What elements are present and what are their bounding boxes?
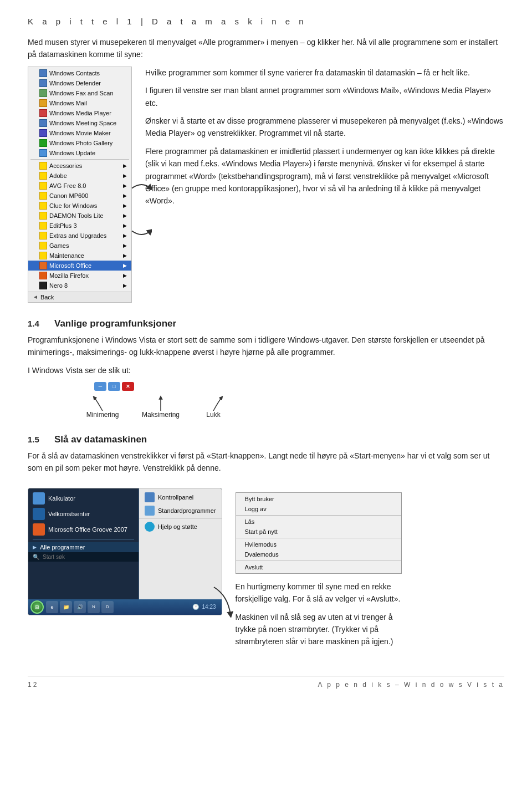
section-1-5-number: 1.5 bbox=[28, 435, 44, 444]
ctx-las[interactable]: Lås bbox=[236, 517, 401, 527]
menu-item-clue[interactable]: Clue for Windows bbox=[28, 201, 131, 211]
footer-text: A p p e n d i k s – W i n d o w s V i s … bbox=[318, 681, 504, 689]
shutdown-p2: En hurtigmeny kommer til syne med en rek… bbox=[236, 580, 402, 605]
taskbar-quick-launch: e 📁 🔊 N D bbox=[46, 601, 187, 613]
bottom-taskbar: ⊞ e 📁 🔊 N D 🕐 14:23 bbox=[28, 599, 222, 615]
menu-item-update[interactable]: Windows Update bbox=[28, 148, 131, 158]
menu-item-nero[interactable]: Nero 8 bbox=[28, 281, 131, 291]
context-menu-section: Bytt bruker Logg av Lås Start på nytt Hv… bbox=[236, 481, 402, 654]
close-label-group: Lukk bbox=[194, 395, 233, 419]
menu-list: Windows Contacts Windows Defender Window… bbox=[28, 67, 131, 292]
intro-paragraph: Med musen styrer vi musepekeren til meny… bbox=[28, 36, 504, 61]
menu-item-photogallery[interactable]: Windows Photo Gallery bbox=[28, 138, 131, 148]
ctx-dvale[interactable]: Dvalemodus bbox=[236, 549, 401, 559]
start-menu-item-groove[interactable]: Microsoft Office Groove 2007 bbox=[28, 522, 139, 537]
chapter-content-row: Windows Contacts Windows Defender Window… bbox=[28, 67, 504, 303]
taskbar-icon-ie[interactable]: e bbox=[46, 601, 58, 613]
chapter-text-content: Hvilke programmer som kommer til syne va… bbox=[145, 67, 504, 303]
page-footer: 12 A p p e n d i k s – W i n d o w s V i… bbox=[28, 676, 504, 689]
menu-separator-1 bbox=[30, 159, 129, 160]
start-search-input[interactable] bbox=[43, 554, 134, 560]
maximize-label: Maksimering bbox=[142, 411, 180, 419]
menu-item-mail[interactable]: Windows Mail bbox=[28, 98, 131, 108]
shutdown-context-menu: Bytt bruker Logg av Lås Start på nytt Hv… bbox=[236, 492, 402, 574]
taskbar-icon-novell[interactable]: N bbox=[88, 601, 100, 613]
start-menu-allprog[interactable]: ▶ Alle programmer bbox=[28, 542, 139, 552]
menu-item-editplus[interactable]: EditPlus 3 bbox=[28, 221, 131, 231]
menu-item-defender[interactable]: Windows Defender bbox=[28, 78, 131, 88]
menu-item-accessories[interactable]: Accessories bbox=[28, 161, 131, 171]
start-menu-item-standardprog[interactable]: Standardprogrammer bbox=[139, 504, 222, 517]
ctx-hvile[interactable]: Hvilemodus bbox=[236, 539, 401, 549]
maximize-arrow bbox=[150, 395, 172, 411]
menu-item-fax[interactable]: Windows Fax and Scan bbox=[28, 88, 131, 98]
minimize-label: Minimering bbox=[86, 411, 119, 419]
kalkulator-icon bbox=[33, 492, 45, 505]
start-menu-item-hjelp[interactable]: Hjelp og støtte bbox=[139, 520, 222, 533]
taskbar-icon-1[interactable]: 📁 bbox=[60, 601, 72, 613]
start-menu-search-bar: 🔍 bbox=[28, 552, 139, 562]
arrow-annotation-1 bbox=[131, 180, 152, 198]
minimize-button[interactable]: ─ bbox=[94, 382, 106, 391]
menu-item-daemon[interactable]: DAEMON Tools Lite bbox=[28, 211, 131, 221]
allprog-label: Alle programmer bbox=[40, 544, 85, 551]
kalkulator-label: Kalkulator bbox=[48, 495, 75, 502]
standardprog-label: Standardprogrammer bbox=[158, 507, 216, 514]
ctx-separator-2 bbox=[236, 538, 401, 538]
shutdown-text: En hurtigmeny kommer til syne med en rek… bbox=[236, 580, 402, 654]
start-menu-screenshot: Kalkulator Velkomstsenter Microsoft Offi… bbox=[28, 481, 222, 654]
menu-item-adobe[interactable]: Adobe bbox=[28, 171, 131, 181]
ctx-logg-av[interactable]: Logg av bbox=[236, 504, 401, 514]
page-number: 12 bbox=[28, 681, 38, 689]
shutdown-illustration: Kalkulator Velkomstsenter Microsoft Offi… bbox=[28, 481, 504, 654]
menu-item-msoffice[interactable]: Microsoft Office bbox=[28, 261, 131, 271]
groove-icon bbox=[33, 523, 45, 536]
hjelp-label: Hjelp og støtte bbox=[158, 523, 197, 530]
taskbar-icon-diverse[interactable]: D bbox=[101, 601, 114, 613]
ctx-separator-1 bbox=[236, 515, 401, 516]
vista-label: I Windows Vista ser de slik ut: bbox=[28, 364, 504, 376]
menu-item-firefox[interactable]: Mozilla Firefox bbox=[28, 271, 131, 281]
start-menu-separator bbox=[33, 539, 134, 540]
start-menu-item-velkomst[interactable]: Velkomstsenter bbox=[28, 506, 139, 522]
start-button[interactable]: ⊞ bbox=[30, 600, 44, 614]
start-menu-item-kalkulator[interactable]: Kalkulator bbox=[28, 491, 139, 506]
section-1-5-p1: For å slå av datamaskinen venstreklikker… bbox=[28, 450, 504, 475]
start-menu-item-kontrollpanel[interactable]: Kontrollpanel bbox=[139, 491, 222, 504]
ctx-avslutt[interactable]: Avslutt bbox=[236, 562, 401, 572]
menu-item-avg[interactable]: AVG Free 8.0 bbox=[28, 181, 131, 191]
taskbar-icon-2[interactable]: 🔊 bbox=[74, 601, 86, 613]
kontrollpanel-label: Kontrollpanel bbox=[158, 494, 193, 501]
close-button[interactable]: ✕ bbox=[122, 382, 134, 391]
ctx-start-nytt[interactable]: Start på nytt bbox=[236, 527, 401, 537]
menu-item-maintenance[interactable]: Maintenance bbox=[28, 251, 131, 261]
search-icon: 🔍 bbox=[33, 554, 39, 560]
start-menu-left-panel: Kalkulator Velkomstsenter Microsoft Offi… bbox=[28, 488, 139, 599]
section-1-4-header: 1.4 Vanlige programfunksjoner bbox=[28, 318, 504, 329]
taskbar-top-section: Kalkulator Velkomstsenter Microsoft Offi… bbox=[28, 488, 222, 599]
menu-item-moviemaker[interactable]: Windows Movie Maker bbox=[28, 128, 131, 138]
menu-item-extras[interactable]: Extras and Upgrades bbox=[28, 231, 131, 241]
close-label: Lukk bbox=[206, 411, 220, 419]
caption-p4: Flere programmer på datamaskinen er imid… bbox=[145, 145, 504, 207]
menu-item-games[interactable]: Games bbox=[28, 241, 131, 251]
window-buttons-row: ─ □ ✕ bbox=[94, 382, 134, 391]
section-1-4-p1: Programfunksjonene i Windows Vista er st… bbox=[28, 334, 504, 359]
maximize-label-group: Maksimering bbox=[133, 395, 188, 419]
section-1-4-number: 1.4 bbox=[28, 319, 44, 328]
menu-item-mediaplayer[interactable]: Windows Media Player bbox=[28, 108, 131, 118]
ctx-bytt-bruker[interactable]: Bytt bruker bbox=[236, 494, 401, 504]
chapter-title: K a p i t t e l 1 | D a t a m a s k i n … bbox=[28, 17, 504, 26]
maximize-button[interactable]: □ bbox=[108, 382, 120, 391]
clock-icon: 🕐 bbox=[192, 604, 199, 610]
back-button[interactable]: ◄ Back bbox=[28, 292, 131, 302]
arrow-to-context bbox=[211, 584, 233, 619]
minimize-label-group: Minimering bbox=[78, 395, 127, 419]
taskbar-container: Kalkulator Velkomstsenter Microsoft Offi… bbox=[28, 488, 222, 615]
programs-menu-screenshot: Windows Contacts Windows Defender Window… bbox=[28, 67, 132, 303]
menu-item-meetingspace[interactable]: Windows Meeting Space bbox=[28, 118, 131, 128]
caption-p2: I figuren til venstre ser man blant anne… bbox=[145, 84, 504, 109]
menu-item-canon[interactable]: Canon MP600 bbox=[28, 191, 131, 201]
menu-item-contacts[interactable]: Windows Contacts bbox=[28, 68, 131, 78]
shutdown-p3: Maskinen vil nå slå seg av uten at vi tr… bbox=[236, 611, 402, 648]
